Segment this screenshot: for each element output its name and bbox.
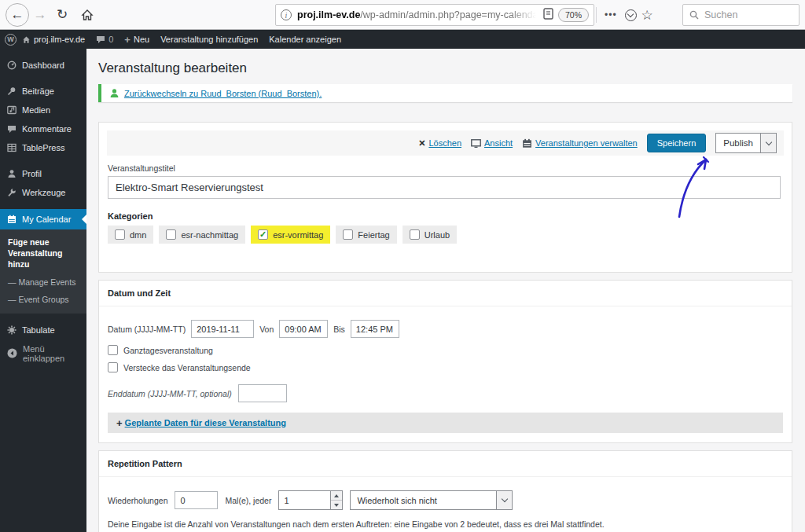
datetime-panel: Datum und Zeit Datum (JJJJ-MM-TT) Von Bi… — [98, 280, 792, 443]
category-label: dmn — [130, 230, 146, 240]
delete-link[interactable]: Löschen — [428, 138, 461, 148]
site-info-icon[interactable]: i — [281, 9, 292, 20]
switch-back-link[interactable]: Zurückwechseln zu Ruud_Borsten (Ruud_Bor… — [124, 89, 322, 98]
switch-back-notice: Zurückwechseln zu Ruud_Borsten (Ruud_Bor… — [98, 84, 792, 102]
search-placeholder: Suchen — [704, 9, 737, 20]
submenu-add-new-event[interactable]: Füge neue Veranstaltung hinzu — [0, 233, 86, 273]
submenu-event-groups[interactable]: — Event Groups — [0, 291, 86, 308]
category-label: Feiertag — [358, 230, 389, 240]
sidebar-item-label: Werkzeuge — [22, 188, 65, 197]
overflow-menu-icon[interactable]: ••• — [601, 9, 620, 20]
start-time-input[interactable] — [279, 320, 328, 338]
stepper-up-icon[interactable] — [331, 491, 342, 501]
category-checkbox-urlaub[interactable]: Urlaub — [402, 226, 457, 244]
url-host: proj.ilm-ev.de — [297, 9, 360, 20]
admin-bar-add-event[interactable]: Veranstaltung hinzufügen — [155, 30, 263, 49]
sidebar-item-label: My Calendar — [22, 215, 71, 224]
browser-back-icon[interactable]: ← — [6, 3, 29, 27]
sidebar-item-label: Kommentare — [22, 124, 72, 134]
scheduled-dates-link[interactable]: Geplante Daten für diese Veranstaltung — [125, 418, 286, 427]
category-checkbox-esr-vormittag[interactable]: esr-vormittag — [251, 226, 330, 244]
screen-icon — [471, 139, 481, 148]
sidebar-item-my-calendar[interactable]: My Calendar — [0, 209, 86, 229]
user-icon — [7, 169, 17, 178]
event-editor-panel: ✕ Löschen Ansicht Veranstaltungen verwal… — [98, 122, 792, 273]
delete-x-icon: ✕ — [418, 138, 425, 149]
manage-events-link[interactable]: Veranstaltungen verwalten — [535, 138, 638, 148]
event-title-label: Veranstaltungstitel — [108, 163, 783, 173]
gear-icon — [7, 325, 17, 335]
admin-bar-site-link[interactable]: proj.ilm-ev.de — [17, 30, 90, 49]
checkbox-icon — [343, 229, 353, 240]
sidebar-item-tabulate[interactable]: Tabulate — [0, 321, 86, 339]
recurrence-value: Wiederholt sich nicht — [351, 491, 496, 509]
sidebar-item-profile[interactable]: Profil — [0, 164, 86, 183]
delete-action[interactable]: ✕ Löschen — [418, 138, 461, 149]
sidebar-item-tablepress[interactable]: TablePress — [0, 138, 86, 157]
sidebar-item-posts[interactable]: Beiträge — [0, 82, 86, 101]
interval-input[interactable] — [279, 491, 330, 509]
save-button[interactable]: Speichern — [647, 134, 707, 152]
collapse-menu-icon — [7, 348, 17, 358]
allday-checkbox[interactable]: Ganztagesveranstaltung — [108, 345, 783, 355]
end-time-input[interactable] — [351, 320, 399, 338]
sidebar-item-media[interactable]: Medien — [0, 101, 86, 119]
manage-events-action[interactable]: Veranstaltungen verwalten — [522, 138, 638, 149]
home-icon — [22, 35, 31, 44]
repetition-section-title: Repetition Pattern — [99, 451, 792, 477]
browser-reload-icon[interactable]: ↻ — [51, 4, 73, 26]
category-checkbox-esr-nachmittag[interactable]: esr-nachmittag — [159, 226, 245, 244]
datetime-section-title: Datum und Zeit — [99, 281, 792, 306]
checkbox-icon — [108, 345, 118, 355]
admin-bar-new[interactable]: + Neu — [119, 30, 155, 49]
event-title-input[interactable] — [108, 176, 781, 199]
categories-label: Kategorien — [108, 211, 783, 221]
repetition-help-text: Deine Eingabe ist die Anzahl von Veranst… — [108, 519, 783, 529]
end-date-row: Enddatum (JJJJ-MM-TT, optional) — [108, 384, 783, 402]
submenu-manage-events[interactable]: — Manage Events — [0, 273, 86, 291]
end-date-label: Enddatum (JJJJ-MM-TT, optional) — [108, 389, 232, 398]
url-path: /wp-admin/admin.php?page=my-calendar&mo — [360, 9, 539, 20]
media-icon — [7, 105, 17, 115]
sidebar-item-label: Dashboard — [22, 61, 64, 70]
chevron-down-icon — [760, 134, 776, 152]
sidebar-item-comments[interactable]: Kommentare — [0, 119, 86, 138]
admin-bar-comments[interactable]: 0 — [90, 30, 119, 49]
publish-status-value: Publish — [716, 134, 760, 152]
sidebar-item-tools[interactable]: Werkzeuge — [0, 183, 86, 202]
admin-bar-show-calendar[interactable]: Kalender anzeigen — [263, 30, 347, 49]
pocket-icon[interactable] — [625, 9, 637, 21]
repetition-panel: Repetition Pattern Wiederholungen Mal(e)… — [98, 450, 792, 532]
view-action[interactable]: Ansicht — [471, 138, 513, 148]
category-checkbox-feiertag[interactable]: Feiertag — [336, 226, 396, 244]
sidebar-item-dashboard[interactable]: Dashboard — [0, 56, 86, 75]
stepper-down-icon[interactable] — [331, 501, 342, 509]
bookmark-star-icon[interactable]: ☆ — [641, 7, 653, 24]
plus-icon: + — [116, 417, 123, 429]
category-checkbox-dmn[interactable]: dmn — [108, 226, 153, 244]
event-date-input[interactable] — [191, 320, 254, 338]
end-date-input[interactable] — [238, 384, 287, 402]
wp-sidebar-menu: Dashboard Beiträge Medien Kommentare Tab… — [0, 49, 86, 532]
browser-forward-icon[interactable]: → — [29, 4, 51, 26]
sidebar-item-label: Profil — [22, 169, 42, 178]
admin-content: Veranstaltung bearbeiten Zurückwechseln … — [86, 49, 805, 532]
chevron-down-icon — [496, 491, 512, 509]
zoom-level-badge[interactable]: 70% — [558, 8, 589, 22]
new-label: Neu — [134, 35, 149, 44]
sidebar-collapse-menu[interactable]: Menü einklappen — [0, 339, 86, 368]
wordpress-logo-icon[interactable]: W — [5, 34, 17, 46]
reader-mode-icon[interactable] — [543, 8, 553, 23]
user-switch-icon — [109, 88, 119, 98]
recurrence-select[interactable]: Wiederholt sich nicht — [350, 490, 513, 510]
allday-label: Ganztagesveranstaltung — [123, 346, 213, 355]
interval-stepper[interactable] — [278, 490, 343, 510]
repeats-input[interactable] — [175, 491, 218, 509]
publish-status-select[interactable]: Publish — [715, 133, 777, 153]
hide-end-checkbox[interactable]: Verstecke das Veranstaltungsende — [108, 362, 783, 372]
view-link[interactable]: Ansicht — [484, 138, 513, 148]
url-bar[interactable]: i proj.ilm-ev.de/wp-admin/admin.php?page… — [275, 4, 594, 26]
category-label: Urlaub — [425, 230, 450, 240]
browser-search-field[interactable]: Suchen — [682, 4, 799, 26]
browser-home-icon[interactable] — [76, 4, 98, 26]
